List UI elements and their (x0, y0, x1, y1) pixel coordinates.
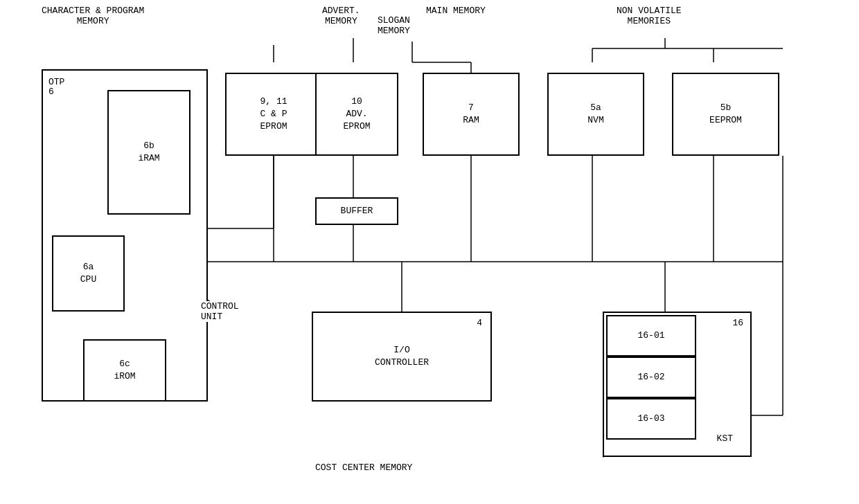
16-01-block: 16-01 (606, 315, 696, 357)
slogan-memory-label: SLOGAN MEMORY (378, 15, 410, 36)
9-11-label: C & P EPROM (260, 108, 287, 133)
char-program-memory-label: CHARACTER & PROGRAM MEMORY (42, 6, 144, 26)
16-num: 16 (732, 317, 743, 330)
7-label: RAM (463, 114, 479, 127)
16-02-num: 16-02 (637, 371, 664, 384)
6c-irom-block: 6c iROM (83, 339, 166, 402)
6b-label: iRAM (138, 152, 159, 165)
non-volatile-label: NON VOLATILE MEMORIES (617, 6, 682, 26)
6a-cpu-block: 6a CPU (52, 235, 125, 312)
buffer-label: BUFFER (341, 205, 373, 217)
16-02-block: 16-02 (606, 357, 696, 398)
16-01-num: 16-01 (637, 330, 664, 342)
main-memory-label: MAIN MEMORY (426, 6, 486, 16)
4-io-controller-block: 4 I/O CONTROLLER (312, 312, 492, 402)
5a-label: NVM (587, 114, 603, 127)
10-label: ADV. EPROM (343, 108, 370, 133)
control-unit-label: CONTROL UNIT (201, 301, 239, 322)
9-11-eprom-block: 9, 11 C & P EPROM (225, 73, 322, 156)
5b-num: 5b (720, 102, 732, 114)
4-num: 4 (477, 317, 482, 330)
6b-iram-block: 6b iRAM (107, 90, 191, 215)
10-num: 10 (351, 96, 362, 108)
9-11-num: 9, 11 (260, 96, 287, 108)
5b-label: EEPROM (709, 114, 742, 127)
6b-num: 6b (143, 140, 154, 152)
7-ram-block: 7 RAM (423, 73, 520, 156)
16-kst-label: KST (717, 433, 733, 445)
10-eprom-block: 10 ADV. EPROM (315, 73, 398, 156)
otp-num: 6 (48, 86, 54, 98)
7-num: 7 (468, 102, 474, 114)
16-03-block: 16-03 (606, 398, 696, 440)
5a-num: 5a (590, 102, 601, 114)
6c-num: 6c (119, 358, 130, 370)
5b-eeprom-block: 5b EEPROM (672, 73, 779, 156)
diagram: CHARACTER & PROGRAM MEMORY ADVERT. MEMOR… (0, 0, 859, 504)
6c-label: iROM (114, 370, 135, 383)
5a-nvm-block: 5a NVM (547, 73, 644, 156)
6a-num: 6a (83, 261, 94, 273)
6a-label: CPU (80, 273, 96, 286)
cost-center-memory-label: COST CENTER MEMORY (315, 462, 412, 473)
4-label: I/O CONTROLLER (375, 344, 429, 369)
advert-memory-label: ADVERT. MEMORY (322, 6, 360, 26)
buffer-block: BUFFER (315, 197, 398, 225)
16-03-num: 16-03 (637, 413, 664, 425)
